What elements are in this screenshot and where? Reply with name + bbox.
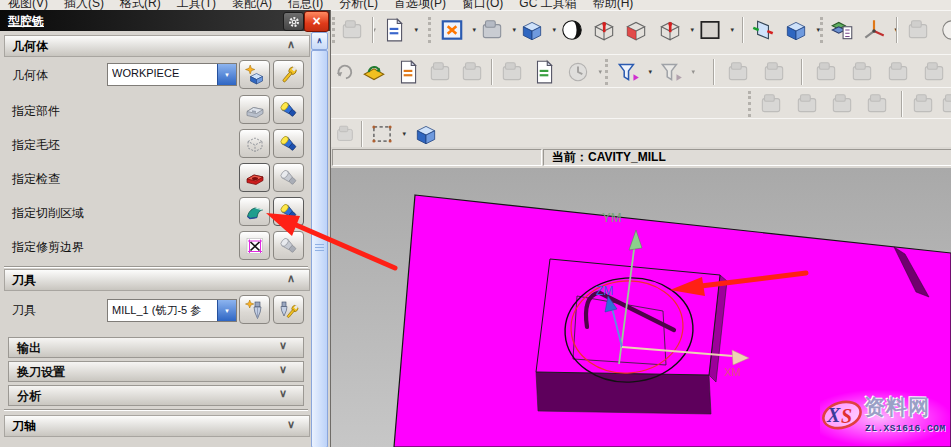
specify-cut-area-button[interactable] <box>239 197 270 226</box>
expand-chevron-icon[interactable]: ∨ <box>279 387 287 400</box>
select-blank-button[interactable] <box>273 129 304 158</box>
combo-dropdown-icon[interactable]: ▼ <box>217 64 236 85</box>
dialog-scrollbar[interactable]: ∧ <box>311 32 328 447</box>
machining-data-icon[interactable] <box>723 58 753 86</box>
edit-geometry-button[interactable] <box>273 60 304 89</box>
snap-cube-icon[interactable] <box>411 120 441 148</box>
section-tool-change[interactable]: 换刀设置 ∨ <box>8 361 304 382</box>
dropdown-arrow-icon[interactable]: ▾ <box>402 130 406 138</box>
clip-plane-blue-icon[interactable]: ▾ <box>781 16 811 44</box>
dropdown-arrow-icon[interactable]: ▾ <box>512 26 516 34</box>
section-active-cube-icon[interactable] <box>621 16 651 44</box>
select-flashlight-blue-icon <box>278 99 300 121</box>
scrollbar-thumb[interactable] <box>311 50 328 447</box>
funnel-gray-icon[interactable]: ▾ <box>656 58 686 86</box>
select-hand-icon[interactable] <box>334 120 356 148</box>
table-tool-icon[interactable] <box>862 90 892 118</box>
view-filter-icon[interactable]: ▾ <box>613 58 643 86</box>
fit-view-icon[interactable]: ▾ <box>437 16 467 44</box>
toolbar-drag-handle[interactable] <box>748 91 754 117</box>
tool-display-icon[interactable]: ▾ <box>337 16 367 44</box>
find-feature-icon[interactable] <box>811 58 841 86</box>
section-geometry-title: 几何体 <box>12 38 48 55</box>
toolbar-drag-handle[interactable] <box>428 17 434 43</box>
box-tool-icon[interactable] <box>792 90 822 118</box>
dialog-options-button[interactable] <box>283 12 304 31</box>
clip-cube-icon[interactable]: ▾ <box>655 16 685 44</box>
dropdown-arrow-icon[interactable]: ▾ <box>598 68 602 76</box>
boss-top-face[interactable] <box>536 259 720 375</box>
toolbar-drag-handle[interactable] <box>605 59 611 85</box>
section-output[interactable]: 输出 ∨ <box>8 337 304 358</box>
tool-combo[interactable]: MILL_1 (铣刀-5 参 ▼ <box>107 299 237 322</box>
shaded-cube-icon[interactable]: ▾ <box>517 16 547 44</box>
generate-toolpath-icon[interactable] <box>359 58 389 86</box>
shop-doc-icon[interactable] <box>457 58 487 86</box>
dropdown-arrow-icon[interactable]: ▾ <box>414 26 418 34</box>
rotate-display-icon[interactable] <box>557 16 587 44</box>
collapse-chevron-icon[interactable]: ∧ <box>287 38 295 51</box>
flat-view-icon[interactable]: ▾ <box>695 16 725 44</box>
section-header-geometry[interactable]: 几何体 ∧ <box>4 35 310 57</box>
dropdown-arrow-icon[interactable]: ▾ <box>691 68 695 76</box>
tag-circle-icon[interactable] <box>883 58 913 86</box>
part-circle-icon[interactable] <box>937 16 951 44</box>
select-cut-area-button[interactable] <box>273 197 304 226</box>
specify-check-button[interactable] <box>239 163 270 192</box>
toolpath-time-icon[interactable]: ▾ <box>563 58 593 86</box>
robot-icon[interactable] <box>497 58 527 86</box>
information-icon[interactable]: ▾ <box>379 16 409 44</box>
list-tool-icon[interactable] <box>827 90 857 118</box>
specify-blank-button[interactable] <box>239 129 270 158</box>
new-tool-button[interactable] <box>239 295 270 324</box>
edit-tool-icon <box>278 299 300 321</box>
dropdown-arrow-icon[interactable]: ▾ <box>552 26 556 34</box>
new-geometry-button[interactable] <box>239 60 270 89</box>
section-header-tool-axis[interactable]: 刀轴 ∨ <box>4 415 310 437</box>
lamp-icon[interactable] <box>908 90 938 118</box>
collapse-chevron-icon[interactable]: ∧ <box>287 272 295 285</box>
expand-chevron-icon[interactable]: ∨ <box>279 363 287 376</box>
dropdown-arrow-icon[interactable]: ▾ <box>690 26 694 34</box>
marquee-select-icon[interactable]: ▾ <box>367 120 397 148</box>
toolbar-separator <box>742 17 744 43</box>
tag-hand-icon[interactable] <box>903 16 933 44</box>
select-check-button[interactable] <box>273 163 304 192</box>
display-mode-icon[interactable]: ▾ <box>477 16 507 44</box>
section-header-tool[interactable]: 刀具 ∧ <box>4 269 310 291</box>
edit-tool-button[interactable] <box>273 295 304 324</box>
select-part-button[interactable] <box>273 95 304 124</box>
tag-cylinder-icon[interactable] <box>919 58 949 86</box>
scrollbar-up-icon[interactable]: ∧ <box>311 32 328 50</box>
toolbar-drag-handle[interactable] <box>820 17 826 43</box>
separator <box>4 409 308 411</box>
select-trim-button[interactable] <box>273 231 304 260</box>
dropdown-arrow-icon[interactable]: ▾ <box>730 26 734 34</box>
dialog-title-bar[interactable]: 型腔铣 × <box>0 10 330 31</box>
geometry-combo[interactable]: WORKPIECE ▼ <box>107 63 237 86</box>
dropdown-arrow-icon[interactable]: ▾ <box>472 26 476 34</box>
layer-settings-icon[interactable] <box>827 16 857 44</box>
stack-icon[interactable] <box>937 90 951 118</box>
expand-chevron-icon[interactable]: ∨ <box>279 339 287 352</box>
verify-toolpath-icon[interactable] <box>529 58 559 86</box>
machine-simulate-icon[interactable] <box>425 58 455 86</box>
clip-plane-icon[interactable] <box>748 16 778 44</box>
specify-trim-button[interactable] <box>239 231 270 260</box>
combo-dropdown-icon[interactable]: ▼ <box>217 300 236 321</box>
check-tool-icon[interactable] <box>756 90 786 118</box>
dropdown-arrow-icon[interactable]: ▾ <box>648 68 652 76</box>
undo-icon[interactable] <box>334 58 356 86</box>
postprocess-icon[interactable] <box>393 58 423 86</box>
expand-chevron-icon[interactable]: ∨ <box>287 418 295 431</box>
specify-part-button[interactable] <box>239 95 270 124</box>
section-analysis[interactable]: 分析 ∨ <box>8 385 304 406</box>
select-flashlight-gray-icon <box>278 167 300 189</box>
section-cube-icon[interactable] <box>589 16 619 44</box>
tool-library-icon[interactable] <box>759 58 789 86</box>
geometry-label: 几何体 <box>12 67 48 84</box>
tag-add-icon[interactable] <box>847 58 877 86</box>
new-geometry-icon <box>244 64 266 86</box>
csys-icon[interactable]: ▾ <box>859 16 889 44</box>
dialog-close-button[interactable]: × <box>304 11 329 32</box>
